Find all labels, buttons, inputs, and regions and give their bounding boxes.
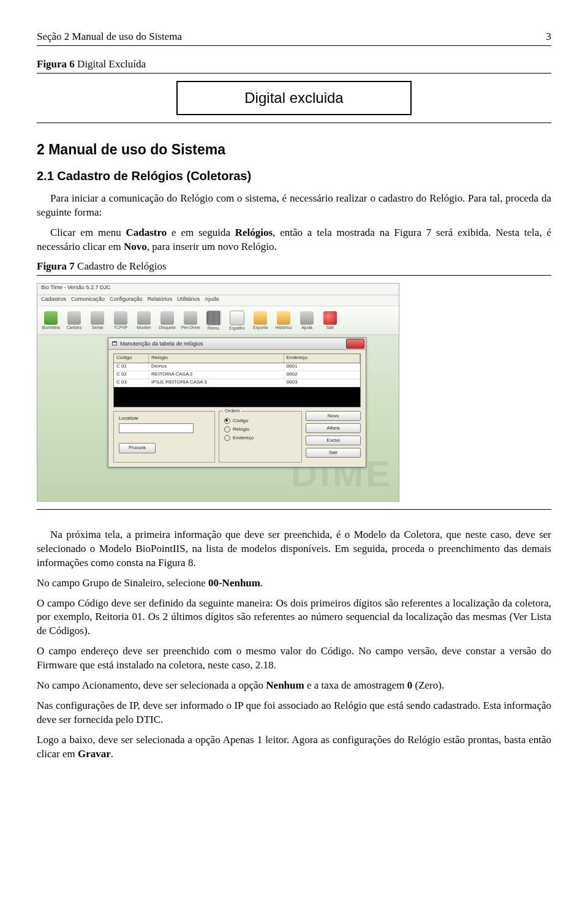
procura-button[interactable]: Procura: [119, 443, 156, 453]
menu-ajuda[interactable]: Ajuda: [205, 296, 219, 305]
radio-endereco[interactable]: Endereço: [224, 435, 298, 441]
ordem-group: Ordem Código Relógio Endereço: [219, 411, 302, 463]
serial-icon: [91, 311, 104, 325]
novo-button[interactable]: Novo: [306, 411, 361, 421]
tb-disquete[interactable]: Disquete: [156, 311, 178, 330]
para-after-2: No campo Grupo de Sinaleiro, selecione 0…: [37, 576, 551, 591]
tb-label: TCP/IP: [114, 325, 128, 330]
dialog-title-text: Manutenção da tabela de relógios: [120, 341, 203, 347]
para-after-5: No campo Acionamento, deve ser seleciona…: [37, 679, 551, 693]
app-screenshot: Bio Time - Versão 5.2.7 DJC Cadastros Co…: [37, 283, 399, 502]
tb-historico[interactable]: Histórico: [273, 311, 295, 330]
exclui-button[interactable]: Exclui: [306, 436, 361, 445]
tb-cartoes[interactable]: Cartões: [63, 311, 85, 330]
app-menubar: Cadastros Comunicação Configuração Relat…: [37, 295, 399, 306]
para-intro: Para iniciar a comunicação do Relógio co…: [37, 192, 551, 220]
kw-novo: Novo: [124, 241, 147, 252]
tb-ajuda[interactable]: Ajuda: [296, 311, 318, 330]
th-codigo[interactable]: Código: [114, 354, 149, 363]
dialog-lower: Localizar Procura Ordem Código Relógio E…: [113, 411, 361, 463]
mirror-icon: [230, 311, 244, 325]
table-row[interactable]: C 03 IPSJL REITORIA CASA 3 0003: [114, 379, 360, 387]
th-endereco[interactable]: Endereço: [284, 354, 360, 363]
menu-relatorios[interactable]: Relatórios: [148, 296, 173, 305]
tb-pendrive[interactable]: Pen Drive: [179, 311, 202, 330]
t: .: [111, 748, 113, 760]
dialog-close-button[interactable]: [346, 339, 364, 349]
t: e em seguida: [167, 227, 235, 238]
tb-label: Biometria: [42, 325, 60, 330]
figure7-rule: [37, 509, 551, 510]
page-header: Seção 2 Manual de uso do Sistema 3: [37, 31, 551, 46]
cell-relogio: REITORIA CASA 2: [149, 371, 284, 379]
tb-label: Sair: [326, 325, 334, 330]
help-icon: [300, 311, 314, 325]
cell-codigo: C 02: [114, 371, 149, 379]
tb-serial[interactable]: Serial: [86, 311, 108, 330]
tb-label: Pen Drive: [181, 325, 200, 330]
history-icon: [277, 311, 290, 325]
relogios-table: Código Relógio Endereço C 01 Demos 0001 …: [113, 353, 361, 407]
th-relogio[interactable]: Relógio: [149, 354, 284, 363]
menu-comunicacao[interactable]: Comunicação: [71, 296, 105, 305]
cell-end: 0001: [284, 363, 360, 371]
tb-label: Cartões: [67, 325, 82, 330]
tb-tcpip[interactable]: TCP/IP: [110, 311, 132, 330]
tb-espelho[interactable]: Espelho: [226, 311, 248, 330]
export-icon: [254, 311, 267, 325]
dialog-relogios: 🗔 Manutenção da tabela de relógios Códig…: [108, 338, 366, 467]
section-2-title: 2 Manual de uso do Sistema: [37, 142, 551, 158]
tb-label: Histórico: [275, 325, 292, 330]
table-row[interactable]: C 01 Demos 0001: [114, 363, 360, 371]
tb-label: Remo.: [208, 326, 221, 330]
cell-relogio: IPSJL REITORIA CASA 3: [149, 379, 284, 387]
tb-remo[interactable]: Remo.: [203, 311, 225, 330]
radio-codigo[interactable]: Código: [224, 418, 298, 424]
cell-relogio: Demos: [149, 363, 284, 371]
fingerprint-icon: [44, 311, 58, 325]
digital-excluida-box: Digital excluida: [176, 81, 412, 115]
menu-utilitarios[interactable]: Utilitários: [177, 296, 200, 305]
ordem-legend: Ordem: [223, 408, 241, 414]
tb-label: Disquete: [159, 325, 176, 330]
localizar-group: Localizar Procura: [113, 411, 215, 463]
para-after-1: Na próxima tela, a primeira informação q…: [37, 528, 551, 570]
localizar-input[interactable]: [119, 423, 194, 433]
radio-icon: [224, 426, 230, 433]
figure6-caption: Digital Excluída: [77, 58, 146, 70]
cell-end: 0003: [284, 379, 360, 387]
cell-end: 0002: [284, 371, 360, 379]
altera-button[interactable]: Altera: [306, 423, 361, 433]
tb-label: Espelho: [229, 326, 244, 330]
cell-codigo: C 01: [114, 363, 149, 371]
header-page-number: 3: [546, 31, 552, 43]
exit-icon: [323, 311, 337, 325]
table-body: C 01 Demos 0001 C 02 REITORIA CASA 2 000…: [114, 363, 360, 407]
tb-biometria[interactable]: Biometria: [40, 311, 62, 330]
menu-configuracao[interactable]: Configuração: [110, 296, 143, 305]
sair-button[interactable]: Sair: [306, 448, 361, 458]
kw-gravar: Gravar: [78, 748, 111, 760]
kw-zero: 0: [407, 679, 413, 691]
table-row[interactable]: C 02 REITORIA CASA 2 0002: [114, 371, 360, 379]
kw-relogios: Relógios: [235, 227, 273, 238]
radio-relogio[interactable]: Relógio: [224, 426, 298, 433]
card-icon: [67, 311, 81, 325]
dialog-icon: 🗔: [112, 341, 118, 347]
tb-label: Serial: [92, 325, 103, 330]
tb-sair[interactable]: Sair: [319, 311, 341, 330]
t: Clicar em menu: [50, 227, 126, 238]
cell-codigo: C 03: [114, 379, 149, 387]
menu-cadastros[interactable]: Cadastros: [41, 296, 66, 305]
para-after-6: Nas configurações de IP, deve ser inform…: [37, 699, 551, 727]
header-left: Seção 2 Manual de uso do Sistema: [37, 31, 182, 43]
tb-exporta[interactable]: Exporta: [249, 311, 271, 330]
tb-label: Ajuda: [301, 325, 312, 330]
kw-nenhum: Nenhum: [266, 679, 304, 691]
para-after-4: O campo endereço deve ser preenchido com…: [37, 644, 551, 673]
radio-icon: [224, 435, 230, 441]
tb-label: Modem: [137, 325, 151, 330]
action-buttons: Novo Altera Exclui Sair: [306, 411, 361, 454]
section-2-1-title: 2.1 Cadastro de Relógios (Coletoras): [37, 169, 551, 183]
tb-modem[interactable]: Modem: [133, 311, 155, 330]
